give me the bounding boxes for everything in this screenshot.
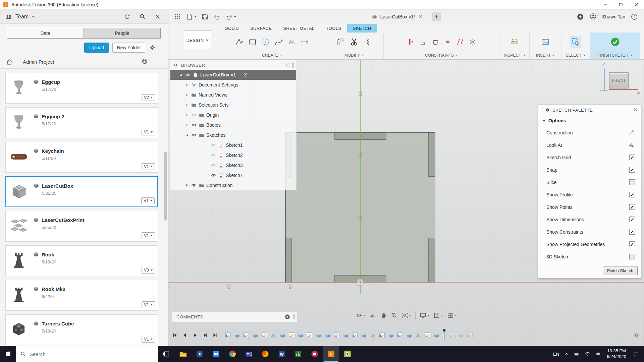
timeline-feature-extrude[interactable] <box>324 332 331 339</box>
timeline-feature-sketch[interactable] <box>467 332 473 339</box>
show-projected-geometries-checkbox[interactable] <box>629 241 635 247</box>
help-icon[interactable]: ? <box>631 13 638 20</box>
equal-constraint-button[interactable] <box>444 38 452 46</box>
search-input[interactable] <box>30 351 130 357</box>
save-button[interactable] <box>201 13 209 20</box>
version-dropdown[interactable]: V1 <box>142 163 155 170</box>
pan-button[interactable] <box>380 312 387 319</box>
project-card-lasercutbox[interactable]: LaserCutBox5/22/20V1 <box>5 176 158 207</box>
timeline-feature-extrude[interactable] <box>279 332 286 339</box>
parallel-constraint-button[interactable] <box>456 38 464 46</box>
timeline-settings-gear-icon[interactable] <box>633 331 640 339</box>
timeline-feature-sketch[interactable] <box>261 332 268 339</box>
view-cube-front-face[interactable]: FRONT <box>609 72 629 88</box>
show-dimensions-checkbox[interactable] <box>629 217 635 222</box>
ribbon-tab-tools[interactable]: TOOLS <box>320 24 347 33</box>
collapse-icon[interactable] <box>178 72 183 77</box>
expand-icon[interactable] <box>184 103 189 107</box>
ribbon-tab-solid[interactable]: SOLID <box>219 24 245 33</box>
taskbar-app-file-explorer[interactable] <box>175 346 191 362</box>
taskbar-app-fusion360[interactable]: F <box>323 346 339 362</box>
comments-grip[interactable] <box>293 314 294 319</box>
notifications-button[interactable]: 1 <box>589 13 597 21</box>
look-at-icon[interactable] <box>628 141 635 149</box>
user-name[interactable]: Shawn Tan <box>602 14 625 19</box>
version-dropdown[interactable]: V2 <box>142 94 155 101</box>
expand-icon[interactable] <box>184 113 189 117</box>
project-card-lasercutboxprint[interactable]: LaserCutBoxPrint5/25/20V1 <box>5 211 158 242</box>
timeline-feature-extrude[interactable] <box>433 332 440 339</box>
timeline-feature-sketch[interactable] <box>424 332 431 339</box>
step-forward-button[interactable] <box>202 332 208 338</box>
collapse-icon[interactable] <box>184 133 189 137</box>
taskbar-app-graphics-app[interactable] <box>306 346 323 362</box>
timeline-feature-mirror[interactable] <box>415 332 422 339</box>
team-dropdown[interactable]: Team <box>15 14 29 20</box>
timeline-feature-extrude[interactable] <box>297 332 304 339</box>
visibility-on-icon[interactable] <box>185 72 191 78</box>
panel-scrollbar[interactable] <box>164 152 167 221</box>
orbit-button[interactable] <box>356 312 365 319</box>
file-menu-button[interactable] <box>186 13 197 20</box>
extensions-icon[interactable] <box>577 13 584 20</box>
visibility-off-icon[interactable] <box>191 112 197 118</box>
circle-tool-button[interactable] <box>261 38 270 46</box>
timeline-marker[interactable] <box>444 330 444 340</box>
undo-button[interactable] <box>213 13 221 20</box>
start-button[interactable] <box>0 346 16 362</box>
browser-item-sketch7[interactable]: Sketch7 <box>170 170 296 180</box>
browser-item-sketches[interactable]: Sketches <box>170 130 296 140</box>
tray-expand-button[interactable] <box>561 346 572 362</box>
version-dropdown[interactable]: V1 <box>142 232 155 239</box>
measure-tool-button[interactable] <box>510 38 519 46</box>
insert-image-button[interactable] <box>541 38 550 46</box>
version-dropdown[interactable]: V1 <box>142 336 155 343</box>
network-indicator[interactable] <box>582 346 593 362</box>
browser-item-construction[interactable]: Construction <box>170 180 296 190</box>
group-label-select[interactable]: SELECT <box>566 53 582 58</box>
zoom-button[interactable] <box>391 312 397 319</box>
version-dropdown[interactable]: V3 <box>142 267 155 274</box>
palette-grip[interactable] <box>541 107 542 113</box>
group-label-create[interactable]: CREATE <box>262 53 278 58</box>
options-section-header[interactable]: Options <box>538 115 641 126</box>
minimize-button[interactable] <box>598 0 613 9</box>
trim-tool-button[interactable] <box>350 37 359 47</box>
browser-item-sketch2[interactable]: Sketch2 <box>170 150 296 160</box>
maximize-button[interactable] <box>613 0 629 9</box>
timeline-feature-sketch[interactable] <box>352 332 358 339</box>
project-card-rook-mk2[interactable]: Rook Mk26/4/20V1 <box>5 280 158 311</box>
home-icon[interactable] <box>6 59 13 65</box>
project-card-rook[interactable]: Rook5/18/20V3 <box>5 245 158 276</box>
spline-tool-button[interactable] <box>274 38 283 46</box>
coincident-constraint-button[interactable] <box>407 38 415 46</box>
timeline-feature-sketch[interactable] <box>448 332 455 339</box>
group-label-constraints[interactable]: CONSTRAINTS <box>425 53 454 58</box>
viewports-button[interactable] <box>447 312 457 319</box>
close-panel-icon[interactable] <box>155 14 161 20</box>
look-at-button[interactable] <box>369 312 376 319</box>
taskbar-search[interactable] <box>16 346 158 362</box>
panel-grip[interactable] <box>292 62 293 68</box>
browser-item-lasercutbox-v1[interactable]: LaserCutBox v1 <box>170 70 296 80</box>
visibility-on-icon[interactable] <box>191 182 197 188</box>
timeline-feature-extrude[interactable] <box>342 332 349 339</box>
timeline-feature-extrude[interactable] <box>406 332 413 339</box>
project-card-turners-cube[interactable]: Turners Cube5/18/20V1 <box>5 314 158 345</box>
timeline-feature-mirror[interactable] <box>370 332 376 339</box>
visibility-off-icon[interactable] <box>210 142 216 148</box>
taskbar-app-firefox[interactable] <box>257 346 273 362</box>
app-grid-menu-icon[interactable] <box>174 13 181 20</box>
search-icon[interactable] <box>139 13 146 20</box>
action-center-button[interactable] <box>629 346 643 362</box>
timeline-feature-extrude[interactable] <box>388 332 394 339</box>
show-constraints-checkbox[interactable] <box>629 229 635 235</box>
select-tool-button[interactable] <box>571 37 580 46</box>
show-points-checkbox[interactable] <box>629 204 635 210</box>
volume-indicator[interactable] <box>593 346 604 362</box>
perpendicular-constraint-button[interactable] <box>419 38 427 46</box>
symmetry-constraint-button[interactable] <box>469 38 477 46</box>
expand-icon[interactable] <box>184 183 189 188</box>
timeline-feature-sketch[interactable] <box>306 332 313 339</box>
taskbar-app-media-player[interactable] <box>191 346 208 362</box>
